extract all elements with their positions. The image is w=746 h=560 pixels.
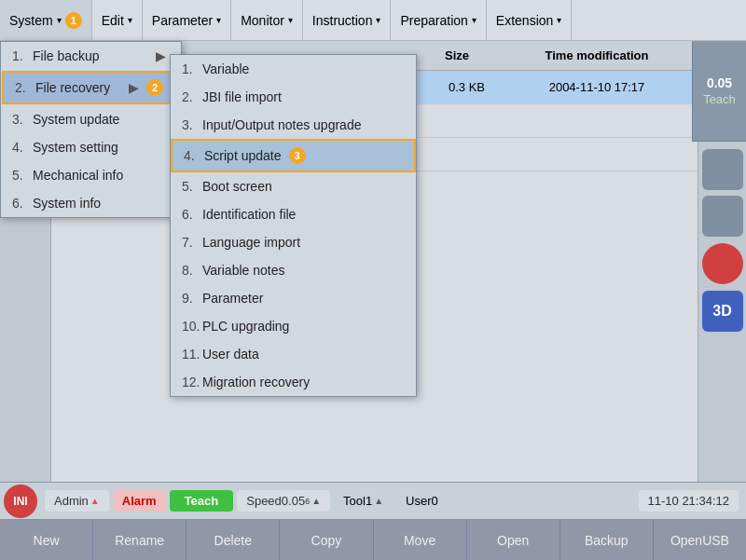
menu-extension-label: Extension — [496, 13, 553, 28]
menu-system-label: System — [9, 13, 53, 28]
btn-delete[interactable]: Delete — [186, 520, 280, 561]
status-alarm: Alarm — [113, 490, 166, 512]
submenu-user-data[interactable]: 11. User data — [171, 340, 416, 368]
menu-bar: System ▾ 1 Edit ▾ Parameter ▾ Monitor ▾ … — [0, 0, 746, 41]
status-bar: INI Admin ▲ Alarm Teach Speed0.056 ▲ Too… — [0, 482, 746, 519]
file-recovery-submenu: 1. Variable 2. JBI file import 3. Input/… — [170, 54, 417, 397]
speed-triangle-icon: ▲ — [311, 496, 321, 506]
menu-preparation[interactable]: Preparation ▾ — [391, 0, 486, 40]
menu-instruction[interactable]: Instruction ▾ — [303, 0, 392, 40]
edit-caret-icon: ▾ — [128, 15, 132, 25]
tool-triangle-icon: ▲ — [374, 496, 383, 506]
right-btn-2[interactable] — [702, 196, 743, 237]
speed-superscript: 6 — [305, 497, 310, 506]
menu-mechanical-info[interactable]: 5. Mechanical info — [1, 161, 181, 189]
menu-parameter[interactable]: Parameter ▾ — [143, 0, 231, 40]
col-time-header: Time modification — [504, 48, 690, 62]
system-dropdown: 1. File backup ▶ 2. File recovery ▶ 2 3.… — [0, 41, 182, 218]
right-btn-3[interactable] — [702, 243, 743, 284]
menu-preparation-label: Preparation — [400, 13, 467, 28]
file-size: 0.3 KB — [410, 80, 504, 94]
menu-system-update[interactable]: 3. System update — [1, 105, 181, 133]
system-caret-icon: ▾ — [57, 15, 62, 25]
btn-move[interactable]: Move — [374, 520, 467, 561]
file-recovery-badge: 2 — [146, 79, 163, 96]
monitor-caret-icon: ▾ — [288, 15, 293, 25]
menu-monitor[interactable]: Monitor ▾ — [231, 0, 303, 40]
preparation-caret-icon: ▾ — [472, 15, 477, 25]
submenu-migration-recovery[interactable]: 12. Migration recovery — [171, 368, 416, 396]
status-datetime: 11-10 21:34:12 — [639, 490, 739, 512]
submenu-identification[interactable]: 6. Identification file — [171, 200, 416, 228]
status-speed: Speed0.056 ▲ — [237, 490, 330, 512]
3d-icon: 3D — [712, 303, 731, 320]
menu-system[interactable]: System ▾ 1 — [0, 0, 92, 40]
btn-copy[interactable]: Copy — [280, 520, 373, 561]
submenu-variable-notes[interactable]: 8. Variable notes — [171, 256, 416, 284]
status-user: User0 — [396, 490, 448, 512]
submenu-variable[interactable]: 1. Variable — [171, 55, 416, 83]
btn-open[interactable]: Open — [467, 520, 560, 561]
col-size-header: Size — [410, 48, 504, 62]
system-badge: 1 — [65, 12, 82, 29]
submenu-boot-screen[interactable]: 5. Boot screen — [171, 172, 416, 200]
file-recovery-arrow-icon: ▶ — [110, 80, 139, 95]
ini-button[interactable]: INI — [4, 485, 37, 518]
teach-corner: 0.05 Teach — [692, 41, 746, 142]
menu-system-setting[interactable]: 4. System setting — [1, 133, 181, 161]
submenu-script-update[interactable]: 4. Script update 3 — [171, 139, 416, 172]
admin-triangle-icon: ▲ — [90, 496, 100, 506]
menu-edit[interactable]: Edit ▾ — [92, 0, 143, 40]
submenu-parameter[interactable]: 9. Parameter — [171, 284, 416, 312]
submenu-language-import[interactable]: 7. Language import — [171, 228, 416, 256]
menu-file-recovery[interactable]: 2. File recovery ▶ 2 — [2, 71, 180, 104]
bottom-toolbar: New Rename Delete Copy Move Open Backup … — [0, 519, 746, 560]
submenu-io-upgrade[interactable]: 3. Input/Output notes upgrade — [171, 111, 416, 139]
menu-file-backup[interactable]: 1. File backup ▶ — [1, 42, 181, 70]
extension-caret-icon: ▾ — [557, 15, 561, 25]
teach-label: Teach — [703, 92, 736, 106]
submenu-plc-upgrading[interactable]: 10. PLC upgrading — [171, 312, 416, 340]
file-backup-arrow-icon: ▶ — [137, 48, 166, 63]
menu-system-info[interactable]: 6. System info — [1, 189, 181, 217]
menu-instruction-label: Instruction — [312, 13, 373, 28]
status-tool: Tool1 ▲ — [334, 490, 393, 512]
parameter-caret-icon: ▾ — [216, 15, 221, 25]
file-time: 2004-11-10 17:17 — [504, 80, 690, 94]
btn-new[interactable]: New — [0, 520, 93, 561]
right-btn-1[interactable] — [702, 149, 743, 190]
menu-parameter-label: Parameter — [152, 13, 213, 28]
instruction-caret-icon: ▾ — [376, 15, 380, 25]
script-update-badge: 3 — [289, 147, 306, 164]
menu-edit-label: Edit — [102, 13, 124, 28]
menu-extension[interactable]: Extension ▾ — [487, 0, 572, 40]
btn-rename[interactable]: Rename — [93, 520, 186, 561]
teach-value: 0.05 — [707, 75, 732, 90]
menu-monitor-label: Monitor — [241, 13, 284, 28]
btn-backup[interactable]: Backup — [560, 520, 654, 561]
status-teach: Teach — [170, 490, 234, 512]
right-btn-4[interactable]: 3D — [702, 291, 743, 332]
submenu-jbi-import[interactable]: 2. JBI file import — [171, 83, 416, 111]
btn-openusb[interactable]: OpenUSB — [654, 520, 746, 561]
status-admin: Admin ▲ — [45, 490, 109, 512]
